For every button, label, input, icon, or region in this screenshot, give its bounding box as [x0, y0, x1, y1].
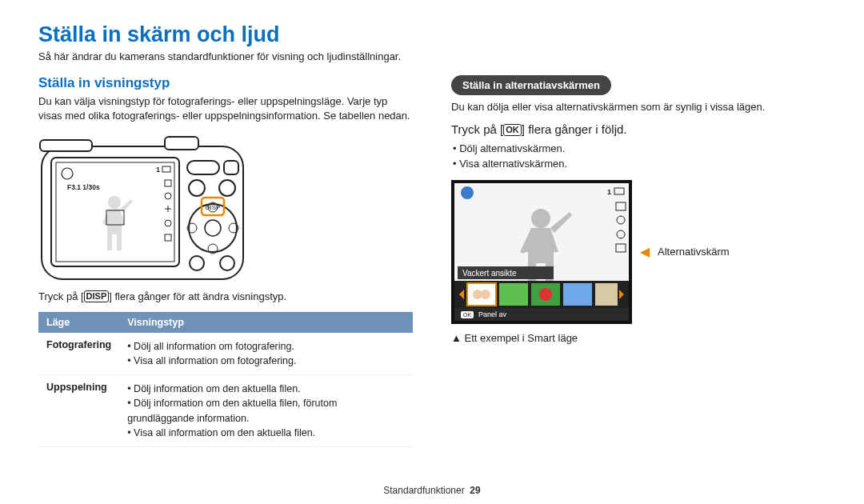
right-bullet1: Visa alternativskärmen.	[453, 156, 826, 172]
svg-rect-50	[595, 283, 618, 306]
svg-rect-14	[187, 161, 219, 174]
row0-mode: Fotografering	[38, 333, 119, 375]
svg-point-37	[531, 209, 550, 228]
page-footer: Standardfunktioner 29	[0, 485, 864, 496]
th-type: Visningstyp	[119, 312, 413, 333]
ok-step: Tryck på [OK] flera gånger i följd.	[451, 122, 826, 136]
svg-point-48	[539, 288, 552, 301]
svg-point-26	[190, 256, 204, 270]
svg-point-8	[108, 196, 121, 209]
section-pill: Ställa in alternatiavskärmen	[451, 75, 611, 95]
svg-point-45	[481, 290, 490, 299]
intro-text: Så här ändrar du kamerans standardfunkti…	[38, 50, 826, 62]
svg-point-17	[219, 180, 235, 196]
camera-illustration: 1 F3.1 1/30s	[38, 130, 413, 282]
right-para: Du kan dölja eller visa alternativskärme…	[451, 100, 826, 114]
row1-item0: Dölj information om den aktuella filen.	[127, 382, 405, 396]
svg-point-27	[220, 256, 234, 270]
arrow-label: Alternativskärm	[658, 246, 730, 258]
disp-button-label: DISP	[84, 290, 110, 302]
svg-rect-1	[40, 140, 92, 151]
svg-text:1: 1	[607, 188, 611, 196]
left-para: Du kan välja visningstyp för fotograferi…	[38, 94, 413, 122]
arrow-icon: ◀	[640, 244, 650, 259]
screen-exposure-text: F3.1 1/30s	[67, 183, 100, 191]
svg-rect-2	[165, 137, 198, 150]
disp-caption: Tryck på [DISP] flera gånger för att änd…	[38, 290, 413, 302]
svg-point-16	[189, 180, 205, 196]
right-column: Ställa in alternatiavskärmen Du kan dölj…	[451, 75, 826, 447]
row0-item1: Visa all information om fotografering.	[127, 354, 405, 368]
page-title: Ställa in skärm och ljud	[38, 22, 826, 47]
svg-text:OK: OK	[463, 312, 471, 318]
mode-table: Läge Visningstyp Fotografering Dölj all …	[38, 312, 413, 447]
left-column: Ställa in visningstyp Du kan välja visni…	[38, 75, 413, 447]
ok-button-label: OK	[503, 124, 522, 136]
svg-point-30	[461, 186, 474, 199]
svg-rect-49	[563, 283, 592, 306]
svg-point-19	[205, 220, 221, 236]
svg-text:DISP: DISP	[206, 204, 221, 211]
svg-text:Panel av: Panel av	[478, 310, 507, 318]
left-heading: Ställa in visningstyp	[38, 75, 413, 91]
alt-screen-illustration: 1 Vackert ansikte	[451, 180, 826, 324]
row1-item1: Dölj information om den aktuella filen, …	[127, 396, 405, 425]
svg-rect-15	[224, 161, 238, 174]
svg-text:Vackert ansikte: Vackert ansikte	[462, 269, 517, 278]
svg-rect-46	[499, 283, 528, 306]
th-mode: Läge	[38, 312, 119, 333]
svg-text:1: 1	[156, 166, 160, 174]
example-caption: ▲ Ett exempel i Smart läge	[451, 332, 826, 344]
row0-item0: Dölj all information om fotografering.	[127, 339, 405, 354]
row1-item2: Visa all information om den aktuella fil…	[127, 426, 405, 440]
right-bullet0: Dölj alternativskärmen.	[453, 141, 826, 157]
row1-mode: Uppspelning	[38, 375, 119, 447]
